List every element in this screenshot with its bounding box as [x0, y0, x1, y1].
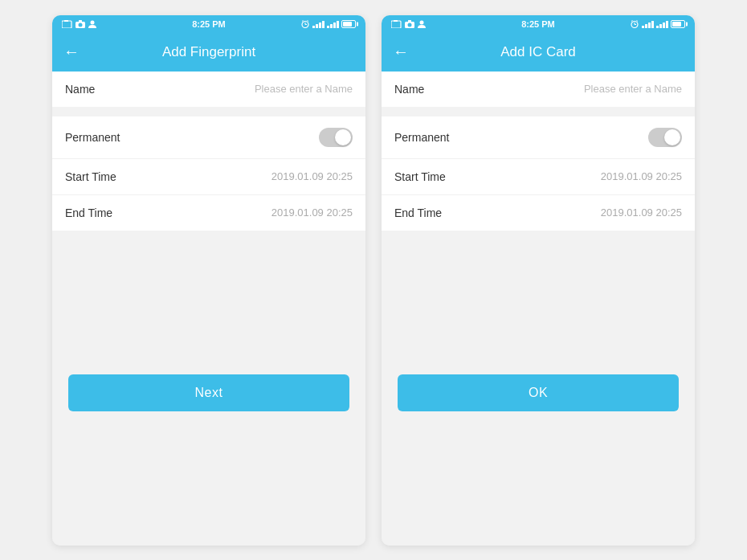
start-time-value-1: 2019.01.09 20:25	[271, 170, 353, 182]
status-time-1: 8:25 PM	[192, 19, 226, 29]
end-time-value-2: 2019.01.09 20:25	[601, 206, 682, 219]
next-button[interactable]: Next	[68, 374, 349, 411]
end-time-label-2: End Time	[394, 206, 442, 219]
start-time-label-2: Start Time	[394, 170, 446, 183]
fingerprint-button-area: Next	[52, 362, 365, 424]
svg-line-21	[637, 20, 639, 21]
status-left-icons-2	[391, 19, 427, 29]
status-bar-1: 8:25 PM	[52, 15, 365, 33]
svg-rect-4	[79, 20, 82, 22]
battery-icon-2	[671, 20, 685, 28]
signal-bars-1	[312, 20, 325, 28]
start-time-label-1: Start Time	[65, 170, 116, 183]
status-bar-2: 8:25 PM	[382, 15, 695, 33]
camera-icon-2	[405, 20, 414, 28]
iccard-content-area	[382, 240, 695, 362]
name-input-1[interactable]	[192, 83, 353, 95]
start-time-row-1[interactable]: Start Time 2019.01.09 20:25	[52, 159, 365, 195]
wifi-bars-2	[656, 20, 668, 28]
status-right-icons-1	[300, 20, 356, 28]
svg-rect-1	[64, 20, 68, 22]
fingerprint-title: Add Fingerprint	[162, 44, 255, 60]
permanent-row-2: Permanent	[382, 116, 695, 159]
status-right-icons-2	[630, 20, 685, 28]
alarm-icon-2	[630, 20, 639, 28]
signal-bars-2	[642, 20, 654, 28]
back-button-2[interactable]: ←	[393, 43, 409, 61]
svg-point-5	[91, 20, 95, 24]
fingerprint-bottom-space	[52, 424, 365, 546]
back-button-1[interactable]: ←	[63, 43, 80, 61]
iccard-button-area: OK	[382, 362, 695, 424]
iccard-header: ← Add IC Card	[382, 33, 695, 72]
iccard-settings: Permanent Start Time 2019.01.09 20:25 En…	[382, 116, 695, 231]
svg-point-3	[79, 22, 83, 27]
separator-1a	[52, 107, 365, 116]
sim-icon-2	[391, 20, 402, 28]
sim-icon	[62, 20, 73, 28]
fingerprint-content-area	[52, 240, 365, 362]
separator-1b	[52, 231, 365, 240]
svg-line-10	[308, 20, 309, 21]
ok-button[interactable]: OK	[398, 374, 679, 411]
svg-point-16	[420, 20, 424, 24]
status-time-2: 8:25 PM	[521, 19, 555, 29]
person-icon	[88, 19, 97, 29]
permanent-toggle-2[interactable]	[648, 128, 682, 147]
fingerprint-header: ← Add Fingerprint	[52, 33, 365, 72]
svg-rect-0	[62, 21, 71, 28]
battery-icon-1	[341, 20, 356, 28]
fingerprint-screen: 8:25 PM	[52, 15, 365, 546]
svg-point-14	[408, 22, 412, 27]
name-row-1: Name	[52, 72, 365, 107]
start-time-row-2[interactable]: Start Time 2019.01.09 20:25	[382, 159, 695, 195]
end-time-value-1: 2019.01.09 20:25	[271, 206, 353, 219]
permanent-label-2: Permanent	[394, 131, 449, 144]
end-time-row-1[interactable]: End Time 2019.01.09 20:25	[52, 195, 365, 231]
svg-line-9	[302, 20, 304, 21]
iccard-screen: 8:25 PM	[382, 15, 695, 546]
separator-2b	[382, 231, 695, 240]
permanent-row-1: Permanent	[52, 116, 365, 159]
wifi-bars-1	[327, 20, 339, 28]
name-label-1: Name	[65, 83, 95, 96]
iccard-title: Add IC Card	[500, 44, 576, 60]
status-left-icons-1	[62, 19, 97, 29]
person-icon-2	[417, 19, 427, 29]
permanent-toggle-1[interactable]	[319, 128, 353, 147]
separator-2a	[382, 107, 695, 116]
name-input-2[interactable]	[521, 83, 682, 95]
iccard-form: Name	[382, 72, 695, 107]
start-time-value-2: 2019.01.09 20:25	[601, 170, 682, 182]
svg-rect-12	[394, 20, 398, 22]
svg-line-20	[631, 20, 633, 21]
screens-container: 8:25 PM	[44, 7, 703, 554]
iccard-bottom-space	[382, 424, 695, 546]
permanent-label-1: Permanent	[65, 131, 120, 144]
fingerprint-settings: Permanent Start Time 2019.01.09 20:25 En…	[52, 116, 365, 231]
camera-icon	[76, 20, 85, 28]
end-time-row-2[interactable]: End Time 2019.01.09 20:25	[382, 195, 695, 231]
end-time-label-1: End Time	[65, 206, 112, 219]
svg-rect-11	[391, 21, 401, 28]
svg-rect-15	[408, 20, 411, 22]
name-label-2: Name	[394, 83, 424, 96]
alarm-icon-1	[300, 20, 310, 28]
fingerprint-form: Name	[52, 72, 365, 107]
name-row-2: Name	[382, 72, 695, 107]
